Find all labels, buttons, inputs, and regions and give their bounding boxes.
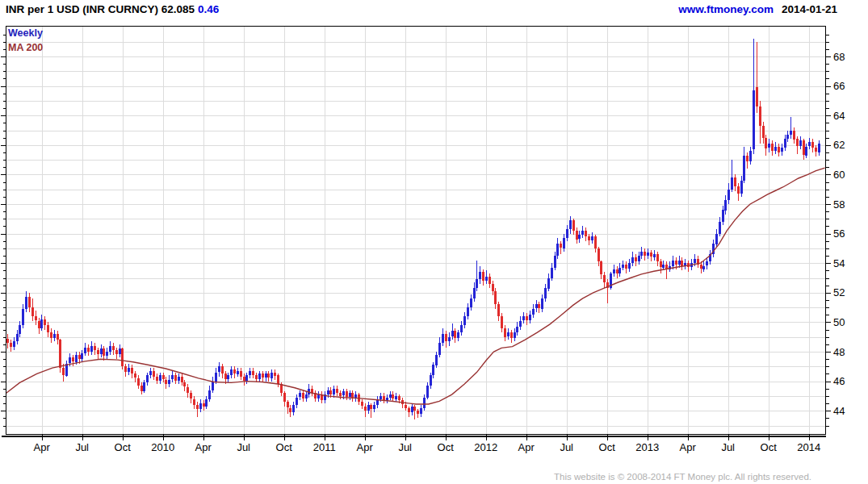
chart-title-text: INR per 1 USD (INR CURNCY) 62.085 — [6, 3, 195, 15]
copyright-text: This website is © 2008-2014 FT Money plc… — [554, 472, 811, 482]
x-axis-label: Oct — [761, 441, 778, 453]
legend-weekly: Weekly — [8, 26, 43, 40]
y-axis-label: 62 — [833, 139, 845, 151]
legend-ma200: MA 200 — [8, 40, 43, 55]
header-date: 2014-01-21 — [782, 3, 837, 15]
candles-up — [13, 39, 820, 417]
axis-labels: 44464850525456586062646668AprJulOct2010A… — [34, 51, 845, 454]
legend: Weekly MA 200 — [8, 26, 43, 55]
y-axis-label: 58 — [833, 198, 845, 211]
y-axis-label: 54 — [833, 257, 845, 269]
candles-down — [6, 42, 817, 419]
x-axis-label: Apr — [195, 441, 212, 453]
y-axis-label: 46 — [833, 375, 845, 387]
price-change-value: 0.46 — [198, 3, 219, 15]
chart-window: 44464850525456586062646668AprJulOct2010A… — [0, 0, 868, 484]
x-axis-label: 2011 — [313, 441, 336, 453]
y-axis-label: 68 — [833, 51, 845, 63]
y-axis-label: 44 — [833, 405, 845, 417]
x-axis-label: Apr — [680, 441, 697, 453]
x-axis-label: Jul — [398, 441, 412, 453]
x-axis-label: 2013 — [635, 441, 659, 453]
x-axis-label: Oct — [276, 441, 293, 453]
price-chart-canvas: 44464850525456586062646668AprJulOct2010A… — [0, 0, 868, 484]
y-axis-label: 56 — [833, 227, 845, 240]
x-axis-label: Jul — [721, 441, 735, 453]
x-axis-label: Jul — [237, 441, 250, 453]
x-axis-label: 2014 — [797, 441, 820, 453]
ftmoney-link[interactable]: www.ftmoney.com — [678, 3, 774, 15]
x-axis-label: Apr — [34, 441, 51, 453]
axis-ticks — [1, 35, 831, 440]
chart-title: INR per 1 USD (INR CURNCY) 62.0850.46 — [6, 3, 219, 15]
y-axis-label: 52 — [833, 286, 845, 298]
x-axis-label: Apr — [518, 441, 535, 453]
y-axis-label: 48 — [833, 346, 845, 358]
x-axis-label: Oct — [438, 441, 455, 453]
y-axis-label: 60 — [833, 169, 845, 181]
x-axis-label: Jul — [560, 441, 573, 453]
y-axis-label: 50 — [833, 316, 845, 328]
x-axis-label: Oct — [115, 441, 132, 453]
x-axis-label: Apr — [357, 441, 374, 453]
x-axis-label: Jul — [75, 441, 89, 453]
y-axis-label: 66 — [833, 80, 845, 92]
x-axis-label: Oct — [599, 441, 616, 453]
header-right: www.ftmoney.com2014-01-21 — [678, 3, 837, 15]
x-axis-label: 2012 — [474, 441, 497, 453]
y-axis-label: 64 — [833, 110, 845, 122]
x-axis-label: 2010 — [151, 441, 174, 453]
